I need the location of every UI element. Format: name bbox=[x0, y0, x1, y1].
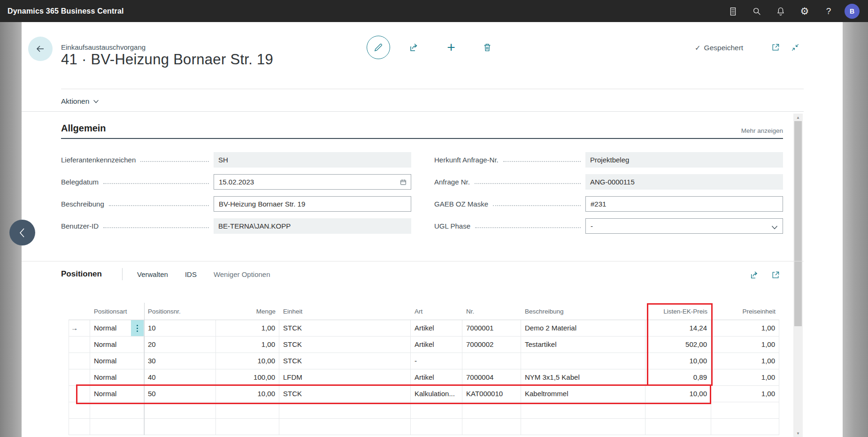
share-lines-icon[interactable] bbox=[748, 269, 762, 281]
col-header-einheit[interactable]: Einheit bbox=[279, 303, 411, 320]
cell-art[interactable]: - bbox=[411, 353, 462, 369]
scroll-up-arrow[interactable]: ▲ bbox=[793, 114, 803, 121]
cell-nr[interactable]: 7000001 bbox=[462, 320, 521, 337]
scroll-down-arrow[interactable]: ▼ bbox=[793, 429, 803, 437]
ugl-phase-select[interactable]: - bbox=[585, 218, 783, 234]
cell-art[interactable]: Artikel bbox=[411, 320, 462, 337]
settings-gear-icon[interactable]: ⚙ bbox=[797, 3, 813, 19]
col-header-nr[interactable]: Nr. bbox=[462, 303, 521, 320]
cell-positionsnr[interactable]: 30 bbox=[144, 353, 216, 369]
cell-beschreibung[interactable]: Testartikel bbox=[521, 337, 645, 353]
delete-button[interactable] bbox=[480, 40, 495, 55]
cell-nr[interactable] bbox=[462, 353, 521, 369]
app-title: Dynamics 365 Business Central bbox=[8, 7, 124, 15]
company-switcher-icon[interactable] bbox=[725, 3, 741, 19]
col-header-listen-ek-preis[interactable]: Listen-EK-Preis bbox=[645, 303, 711, 320]
positions-menu: Verwalten IDS Weniger Optionen bbox=[137, 270, 270, 278]
cell-nr[interactable]: 7000002 bbox=[462, 337, 521, 353]
breadcrumb[interactable]: Einkaufsaustauschvorgang bbox=[61, 43, 146, 51]
col-header-beschreibung[interactable]: Beschreibung bbox=[521, 303, 645, 320]
section-heading-allgemein[interactable]: Allgemein bbox=[61, 123, 106, 134]
gaeb-oz-maske-input[interactable]: #231 bbox=[585, 196, 783, 212]
chevron-down-icon[interactable] bbox=[771, 223, 779, 231]
user-avatar[interactable]: B bbox=[845, 4, 860, 19]
col-header-preiseinheit[interactable]: Preiseinheit bbox=[711, 303, 779, 320]
scrollbar-thumb[interactable] bbox=[794, 121, 802, 326]
show-more-link[interactable]: Mehr anzeigen bbox=[741, 127, 783, 134]
field-anfrage-nr: Anfrage Nr. ANG-0000115 bbox=[434, 174, 783, 190]
cell-preiseinheit[interactable]: 1,00 bbox=[711, 337, 779, 353]
cell-menge[interactable]: 100,00 bbox=[216, 369, 279, 386]
cell-art[interactable]: Artikel bbox=[411, 337, 462, 353]
row-marker-cell bbox=[69, 419, 90, 435]
cell-einheit[interactable]: STCK bbox=[279, 353, 411, 369]
cell-positionsnr[interactable]: 50 bbox=[144, 386, 216, 402]
cell-positionsnr[interactable]: 10 bbox=[144, 320, 216, 337]
calendar-icon[interactable] bbox=[399, 178, 407, 186]
open-in-new-window-icon[interactable] bbox=[768, 40, 783, 55]
cell-listen-ek-preis[interactable]: 10,00 bbox=[645, 386, 711, 402]
cell-listen-ek-preis[interactable]: 14,24 bbox=[645, 320, 711, 337]
cell-positionsart[interactable]: Normal bbox=[90, 353, 144, 369]
cell-menge[interactable]: 1,00 bbox=[216, 320, 279, 337]
collapse-window-icon[interactable] bbox=[788, 40, 803, 55]
col-header-positionsart[interactable]: Positionsart bbox=[90, 303, 144, 320]
cell-einheit bbox=[279, 402, 411, 419]
field-beschreibung: Beschreibung BV-Heizung Bornaer Str. 19 bbox=[61, 196, 411, 212]
col-header-positionsnr[interactable]: Positionsnr. bbox=[144, 303, 216, 320]
cell-einheit[interactable]: STCK bbox=[279, 320, 411, 337]
cell-positionsart[interactable]: Normal bbox=[90, 337, 144, 353]
cell-positionsart[interactable]: Normal bbox=[90, 369, 144, 386]
cell-menge[interactable]: 10,00 bbox=[216, 386, 279, 402]
freeze-pane-divider bbox=[144, 303, 145, 435]
cell-beschreibung[interactable]: NYM 3x1,5 Kabel bbox=[521, 369, 645, 386]
cell-preiseinheit[interactable]: 1,00 bbox=[711, 386, 779, 402]
cell-beschreibung[interactable]: Kabeltrommel bbox=[521, 386, 645, 402]
cell-nr[interactable]: KAT000010 bbox=[462, 386, 521, 402]
cell-positionsnr[interactable]: 40 bbox=[144, 369, 216, 386]
cell-positionsnr[interactable]: 20 bbox=[144, 337, 216, 353]
col-header-menge[interactable]: Menge bbox=[216, 303, 279, 320]
cell-listen-ek-preis[interactable]: 502,00 bbox=[645, 337, 711, 353]
menu-item-weniger-optionen[interactable]: Weniger Optionen bbox=[214, 270, 270, 278]
actions-menu[interactable]: Aktionen bbox=[61, 95, 99, 108]
beschreibung-input[interactable]: BV-Heizung Bornaer Str. 19 bbox=[214, 196, 411, 212]
search-icon[interactable] bbox=[749, 3, 765, 19]
cell-positionsart[interactable]: Normal bbox=[90, 386, 144, 402]
open-lines-in-new-icon[interactable] bbox=[768, 269, 783, 281]
back-button[interactable] bbox=[28, 37, 53, 61]
vertical-scrollbar[interactable]: ▲ ▼ bbox=[793, 114, 803, 437]
cell-menge[interactable]: 10,00 bbox=[216, 353, 279, 369]
cell-listen-ek-preis[interactable]: 10,00 bbox=[645, 353, 711, 369]
cell-einheit[interactable]: LFDM bbox=[279, 369, 411, 386]
cell-preiseinheit[interactable]: 1,00 bbox=[711, 353, 779, 369]
cell-positionsnr bbox=[144, 402, 216, 419]
notifications-icon[interactable] bbox=[773, 3, 789, 19]
menu-item-verwalten[interactable]: Verwalten bbox=[137, 270, 168, 278]
cell-preiseinheit[interactable]: 1,00 bbox=[711, 369, 779, 386]
belegdatum-input[interactable]: 15.02.2023 bbox=[214, 174, 411, 190]
field-lieferantenkennzeichen: Lieferantenkennzeichen SH bbox=[61, 152, 411, 168]
col-header-art[interactable]: Art bbox=[411, 303, 462, 320]
cell-beschreibung[interactable]: Demo 2 Material bbox=[521, 320, 645, 337]
cell-listen-ek-preis bbox=[645, 402, 711, 419]
cell-preiseinheit[interactable]: 1,00 bbox=[711, 320, 779, 337]
cell-art[interactable]: Kalkulation... bbox=[411, 386, 462, 402]
cell-listen-ek-preis[interactable]: 0,89 bbox=[645, 369, 711, 386]
cell-einheit[interactable]: STCK bbox=[279, 386, 411, 402]
cell-menge[interactable]: 1,00 bbox=[216, 337, 279, 353]
previous-record-button[interactable] bbox=[9, 220, 35, 245]
cell-beschreibung[interactable] bbox=[521, 353, 645, 369]
cell-einheit[interactable]: STCK bbox=[279, 337, 411, 353]
row-options-icon[interactable] bbox=[131, 320, 144, 336]
edit-button[interactable] bbox=[367, 36, 390, 59]
section-heading-positionen[interactable]: Positionen bbox=[61, 269, 102, 279]
cell-positionsart[interactable]: Normal bbox=[90, 320, 144, 337]
cell-art[interactable]: Artikel bbox=[411, 369, 462, 386]
cell-nr[interactable]: 7000004 bbox=[462, 369, 521, 386]
share-button[interactable] bbox=[407, 40, 422, 55]
new-button[interactable]: + bbox=[444, 40, 459, 55]
help-icon[interactable]: ? bbox=[821, 3, 837, 19]
table-row: Normal5010,00STCKKalkulation...KAT000010… bbox=[69, 386, 779, 402]
menu-item-ids[interactable]: IDS bbox=[185, 270, 197, 278]
